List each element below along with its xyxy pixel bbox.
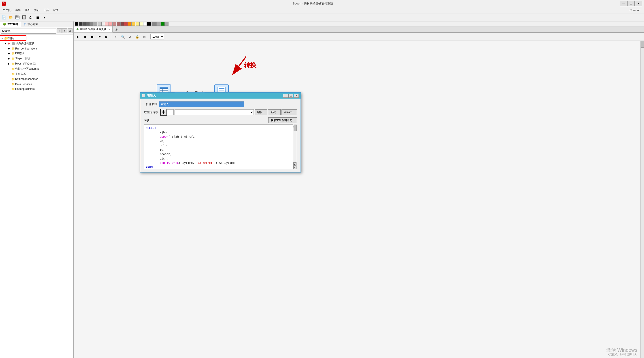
color-dark3[interactable] bbox=[86, 22, 90, 26]
get-sql-button[interactable]: 获取SQL查询语句... bbox=[268, 117, 297, 123]
color-pink1[interactable] bbox=[105, 22, 109, 26]
color-light1[interactable] bbox=[101, 22, 105, 26]
color-white[interactable] bbox=[143, 22, 147, 26]
menu-edit[interactable]: 编辑 bbox=[14, 8, 22, 13]
color-red-light[interactable] bbox=[113, 22, 116, 26]
color-gray1[interactable] bbox=[94, 22, 97, 26]
check-button[interactable]: ✔ bbox=[112, 34, 119, 40]
tree-item-data-services[interactable]: 📁 Data Services bbox=[0, 82, 74, 86]
menu-view[interactable]: 视图 bbox=[23, 8, 32, 13]
preview-step-button[interactable]: ▶ bbox=[104, 34, 110, 40]
tab-core-objects[interactable]: ⚙ 核心对象 bbox=[21, 22, 41, 27]
color-orange[interactable] bbox=[128, 22, 132, 26]
menu-tools[interactable]: 工具 bbox=[42, 8, 51, 13]
explore-button[interactable]: 🔍 bbox=[120, 34, 126, 40]
tree-arrow-db[interactable]: ▶ bbox=[8, 52, 11, 55]
sql-scrollbar[interactable]: ▲ ▼ bbox=[293, 124, 297, 169]
tree-item-transform-root[interactable]: ▼ 📁 转换 bbox=[0, 36, 74, 41]
search-clear-button[interactable]: ✕ bbox=[57, 29, 62, 33]
close-button[interactable]: ✕ bbox=[635, 1, 642, 6]
db-conn-row-inner: 中 编辑... 新建... Wizard... bbox=[160, 109, 297, 115]
search-bar: ✕ ⊕ ⊖ bbox=[0, 27, 74, 35]
grid-button[interactable]: ⊞ bbox=[141, 34, 148, 40]
color-cream[interactable] bbox=[140, 22, 143, 26]
step-name-input[interactable] bbox=[159, 101, 244, 107]
edit-conn-button[interactable]: 编辑... bbox=[255, 109, 267, 115]
preview-button[interactable]: 👁 bbox=[96, 34, 102, 40]
toolbar-new[interactable]: 📄 bbox=[1, 14, 7, 21]
tree-item-db-conn[interactable]: ▶ 📁 DB连接 bbox=[0, 51, 74, 56]
color-black2[interactable] bbox=[147, 22, 152, 26]
tree-label-sub-server: 子服务器 bbox=[15, 72, 26, 76]
tree-item-hadoop[interactable]: 📁 Hadoop clusters bbox=[0, 86, 74, 91]
tree-item-db-partition[interactable]: 📁 数据库分区schemas bbox=[0, 66, 74, 71]
canvas-area: 表输入 根据身份证插入／更新 bbox=[74, 41, 644, 358]
search-collapse-button[interactable]: ⊖ bbox=[68, 29, 72, 33]
search-input[interactable] bbox=[1, 28, 56, 34]
color-gray3[interactable] bbox=[152, 22, 156, 26]
pause-button[interactable]: ⏸ bbox=[82, 34, 88, 40]
color-green[interactable] bbox=[161, 22, 165, 26]
toolbar-save-as[interactable]: 🔲 bbox=[21, 14, 27, 21]
menu-execute[interactable]: 执行 bbox=[32, 8, 42, 13]
dialog-controls[interactable]: — □ ✕ bbox=[283, 94, 299, 98]
wizard-button[interactable]: Wizard... bbox=[282, 109, 297, 115]
replay-button[interactable]: ↺ bbox=[127, 34, 133, 40]
toolbar-layers[interactable]: ◼ bbox=[34, 14, 41, 21]
color-gray4[interactable] bbox=[156, 22, 161, 26]
color-black[interactable] bbox=[75, 22, 78, 26]
color-yellow[interactable] bbox=[132, 22, 136, 26]
toolbar-explore[interactable]: 🗂 bbox=[28, 14, 34, 21]
scroll-down-btn[interactable]: ▼ bbox=[293, 166, 296, 169]
color-yellow-light[interactable] bbox=[136, 22, 139, 26]
tree-item-steps[interactable]: ▶ 📁 Steps（步骤） bbox=[0, 56, 74, 61]
zoom-select[interactable]: 100% 75% 50% 150% bbox=[150, 34, 164, 39]
canvas-tab-main[interactable]: ✚ 美林表按身份证号更新 ✕ bbox=[74, 26, 112, 33]
color-red-dark[interactable] bbox=[120, 22, 124, 26]
tree-arrow-transform[interactable]: ▼ bbox=[1, 37, 4, 40]
db-conn-select[interactable] bbox=[174, 109, 254, 115]
toolbar-save[interactable]: 💾 bbox=[14, 14, 20, 21]
run-button[interactable]: ▶ bbox=[75, 34, 81, 40]
dialog-minimize[interactable]: — bbox=[283, 94, 288, 98]
new-conn-button[interactable]: 新建... bbox=[268, 109, 280, 115]
tree-item-sfzh-update[interactable]: ▼ ✚ 按身份证号更新 bbox=[0, 41, 74, 46]
tab-main-objects[interactable]: 🌳 主对象树 bbox=[0, 22, 21, 27]
menu-help[interactable]: 帮助 bbox=[51, 8, 60, 13]
tab-close-icon[interactable]: ✕ bbox=[108, 28, 110, 31]
tree-item-hops[interactable]: ▶ 📁 Hops（节点连接） bbox=[0, 61, 74, 66]
toolbar-layers-more[interactable]: ▾ bbox=[41, 14, 48, 21]
color-dark4[interactable] bbox=[90, 22, 94, 26]
color-red-mid[interactable] bbox=[116, 22, 120, 26]
stop-button[interactable]: ⏹ bbox=[89, 34, 95, 40]
window-controls[interactable]: — □ ✕ bbox=[620, 1, 642, 6]
tree-item-run-config[interactable]: ▶ 📁 Run configurations bbox=[0, 46, 74, 51]
tree-arrow-run[interactable]: ▶ bbox=[8, 47, 11, 50]
maximize-button[interactable]: □ bbox=[628, 1, 634, 6]
scroll-up-btn[interactable]: ▲ bbox=[293, 162, 296, 165]
tree-item-sub-server[interactable]: 📁 子服务器 bbox=[0, 71, 74, 77]
minimize-button[interactable]: — bbox=[620, 1, 627, 6]
tree-item-kettle-cluster[interactable]: 📁 Kettle集群schemas bbox=[0, 77, 74, 82]
tree-arrow-steps[interactable]: ▶ bbox=[8, 57, 11, 60]
dialog-titlebar: ⬜ 表输入 — □ ✕ bbox=[140, 93, 300, 99]
color-pink2[interactable] bbox=[109, 22, 112, 26]
tree-arrow-sfzh[interactable]: ▼ bbox=[4, 42, 8, 45]
color-dark1[interactable] bbox=[78, 22, 82, 26]
tree-arrow-hops[interactable]: ▶ bbox=[8, 62, 11, 65]
folder-icon-steps: 📁 bbox=[11, 57, 15, 60]
color-gray5[interactable] bbox=[165, 22, 168, 26]
dialog-close[interactable]: ✕ bbox=[294, 94, 299, 98]
lock-button[interactable]: 🔒 bbox=[134, 34, 140, 40]
search-expand-button[interactable]: ⊕ bbox=[62, 29, 67, 33]
sql-line-1: SELECT bbox=[146, 126, 292, 130]
sql-editor[interactable]: SELECT sjhm, upper( sfzh ) AS sfzh, xm, … bbox=[144, 124, 297, 169]
canvas-more-tabs[interactable]: ≫ bbox=[113, 27, 120, 32]
toolbar-open[interactable]: 📂 bbox=[8, 14, 14, 21]
menu-file[interactable]: 文件(F) bbox=[1, 8, 13, 13]
color-red[interactable] bbox=[124, 22, 128, 26]
right-panel: ✚ 美林表按身份证号更新 ✕ ≫ ▶ ⏸ ⏹ 👁 ▶ ✔ 🔍 ↺ 🔒 ⊞ 100… bbox=[74, 22, 644, 358]
color-gray2[interactable] bbox=[98, 22, 101, 26]
color-dark2[interactable] bbox=[82, 22, 86, 26]
dialog-maximize[interactable]: □ bbox=[288, 94, 293, 98]
